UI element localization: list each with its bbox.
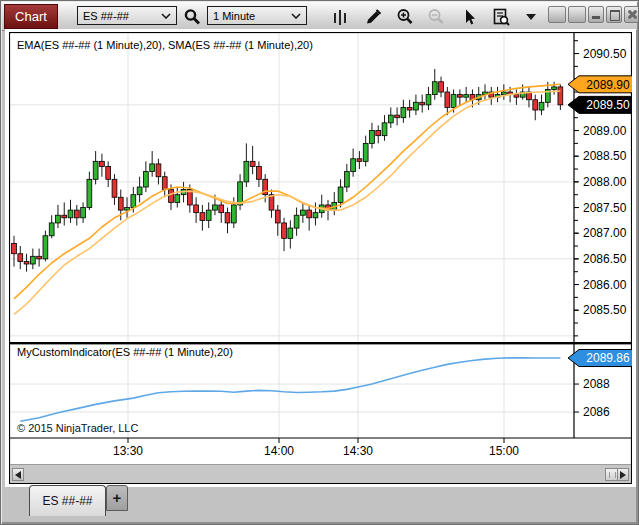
candle-body — [24, 261, 29, 264]
zoom-in-button[interactable] — [394, 6, 416, 27]
indicator-axis-label: 2086 — [583, 405, 610, 419]
candle-body — [131, 195, 136, 208]
candle-body — [100, 161, 105, 166]
candle-body — [294, 215, 299, 228]
instrument-search-button[interactable] — [181, 6, 203, 27]
price-axis-label: 2086.50 — [583, 252, 627, 266]
candle-body — [257, 166, 262, 179]
search-icon — [182, 7, 202, 27]
toolbar: Chart ES ##-## 1 Minute — [2, 2, 637, 31]
price-axis-label: 2088.00 — [583, 175, 627, 189]
candle-body — [231, 205, 236, 223]
price-axis-label: 2090.50 — [583, 47, 627, 61]
candle-body — [112, 179, 117, 197]
candle-body — [407, 107, 412, 110]
indicator-axis-label: 2088 — [583, 377, 610, 391]
window-extra-button-2[interactable] — [568, 6, 586, 23]
candle-body — [150, 164, 155, 172]
candle-body — [439, 82, 444, 92]
candle-body — [414, 102, 419, 110]
candle-body — [143, 172, 148, 187]
candle-body — [370, 131, 375, 144]
price-axis-label: 2089.00 — [583, 124, 627, 138]
instrument-selector[interactable]: ES ##-## — [77, 6, 177, 25]
minimize-icon — [592, 16, 600, 19]
instrument-value: ES ##-## — [83, 10, 161, 22]
candle-body — [162, 177, 167, 190]
candle-body — [288, 228, 293, 238]
candle-body — [388, 115, 393, 123]
candle-body — [282, 223, 287, 238]
candle-body — [194, 205, 199, 213]
time-axis-label: 14:30 — [343, 444, 373, 458]
interval-selector[interactable]: 1 Minute — [207, 6, 307, 25]
candle-body — [420, 102, 425, 105]
candle-body — [300, 210, 305, 215]
bar-style-button[interactable] — [329, 6, 351, 27]
draw-button[interactable] — [362, 6, 384, 27]
copyright-label: © 2015 NinjaTrader, LLC — [17, 422, 138, 434]
pointer-button[interactable] — [458, 6, 480, 27]
candle-body — [93, 161, 98, 179]
price-axis-label: 2086.00 — [583, 278, 627, 292]
series-ma-line — [14, 84, 560, 299]
candle-body — [426, 95, 431, 105]
candle-body — [68, 210, 73, 218]
candle-body — [49, 223, 54, 236]
zoom-out-button[interactable] — [425, 6, 447, 27]
candle-body — [244, 161, 249, 182]
ma-value-badge-text: 2089.90 — [586, 78, 630, 92]
candle-body — [219, 205, 224, 213]
candle-body — [382, 123, 387, 136]
candle-body — [445, 92, 450, 107]
minimize-button[interactable] — [588, 6, 604, 23]
candle-body — [81, 208, 86, 218]
candle-body — [451, 95, 456, 108]
candle-body — [62, 215, 67, 218]
price-axis-label: 2085.50 — [583, 303, 627, 317]
horizontal-scrollbar[interactable] — [10, 464, 631, 483]
zoom-out-icon — [426, 7, 446, 27]
candle-body — [56, 215, 61, 223]
chart-border — [10, 33, 632, 484]
candle-body — [137, 187, 142, 195]
restore-button[interactable] — [606, 6, 622, 23]
cursor-icon — [459, 7, 479, 27]
candle-body — [74, 210, 79, 218]
candle-body — [457, 95, 462, 98]
candle-body — [225, 213, 230, 223]
candle-body — [30, 256, 35, 264]
candle-body — [395, 115, 400, 118]
interval-value: 1 Minute — [213, 10, 291, 22]
time-axis-label: 15:00 — [489, 444, 519, 458]
window-extra-button-1[interactable] — [548, 6, 566, 23]
scroll-right-button[interactable] — [617, 468, 629, 481]
candle-body — [363, 143, 368, 161]
chevron-down-icon — [291, 13, 301, 19]
more-tools-button[interactable] — [523, 6, 539, 27]
candle-body — [501, 92, 506, 95]
arrow-right-icon — [620, 471, 626, 479]
close-button[interactable] — [624, 6, 639, 23]
pencil-icon — [363, 7, 383, 27]
chart-window: Chart ES ##-## 1 Minute — [0, 0, 639, 525]
candle-body — [125, 208, 130, 211]
tab-instrument[interactable]: ES ##-## — [29, 485, 106, 516]
scroll-left-button[interactable] — [12, 468, 24, 481]
candle-body — [558, 87, 563, 105]
time-axis-label: 13:30 — [113, 444, 143, 458]
candle-body — [12, 243, 17, 253]
time-axis-label: 14:00 — [264, 444, 294, 458]
candle-body — [87, 179, 92, 207]
chart-canvas[interactable]: 2090.502089.002088.502088.002087.502087.… — [9, 32, 632, 484]
add-tab-button[interactable]: + — [106, 485, 128, 511]
candle-body — [539, 102, 544, 110]
bar-style-icon — [330, 7, 350, 27]
candle-body — [376, 131, 381, 136]
chart-report-button[interactable] — [490, 6, 512, 27]
window-title[interactable]: Chart — [4, 4, 58, 29]
candle-body — [401, 107, 406, 117]
candle-body — [552, 87, 557, 90]
candle-body — [357, 159, 362, 162]
candle-body — [18, 254, 23, 262]
